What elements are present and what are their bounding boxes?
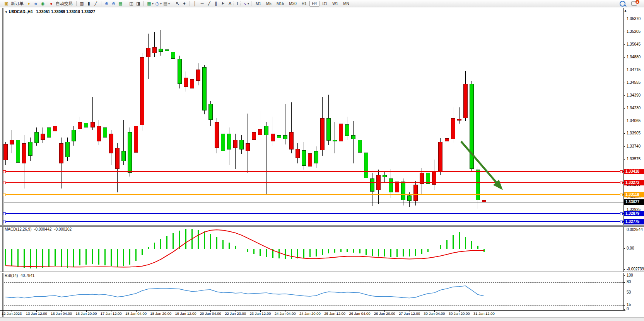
arrows-caret-icon[interactable]: ▾ bbox=[248, 2, 249, 5]
annotation-arrow-head[interactable] bbox=[493, 180, 503, 190]
panel-divider-macd[interactable] bbox=[0, 225, 644, 227]
new-chart-icon[interactable]: ▦ bbox=[146, 0, 152, 7]
tab-m1[interactable]: M1 bbox=[253, 1, 263, 7]
candle bbox=[178, 59, 182, 84]
new-chart-caret-icon[interactable]: ▾ bbox=[152, 2, 154, 5]
indicator-window-icon[interactable]: ◫ bbox=[128, 0, 135, 7]
candle bbox=[208, 104, 213, 119]
period-clock-icon[interactable]: ◷ bbox=[154, 0, 161, 7]
macd-histogram-bar bbox=[216, 237, 217, 249]
macd-signal-line bbox=[5, 230, 484, 267]
line-handle[interactable] bbox=[620, 212, 623, 215]
text-label-icon[interactable]: T bbox=[234, 1, 241, 6]
line-handle[interactable] bbox=[3, 182, 6, 184]
vertical-line-icon[interactable]: │ bbox=[192, 0, 198, 7]
macd-histogram-bar bbox=[316, 249, 317, 256]
price-level-badge: 1.33418 bbox=[624, 169, 644, 174]
tab-m30[interactable]: M30 bbox=[287, 1, 299, 7]
current-price-line bbox=[4, 202, 624, 202]
price-tick bbox=[624, 19, 625, 19]
tab-m5[interactable]: M5 bbox=[264, 1, 274, 7]
candle-wick bbox=[161, 30, 161, 56]
collapse-chart-icon[interactable]: ▼ bbox=[5, 10, 8, 14]
line-handle[interactable] bbox=[3, 170, 6, 173]
tab-w1[interactable]: W1 bbox=[330, 1, 340, 7]
macd-histogram-bar bbox=[73, 249, 74, 267]
tab-m15[interactable]: M15 bbox=[274, 1, 286, 7]
scroll-anchor-icon[interactable]: ▲ bbox=[624, 9, 627, 12]
candlestick-chart-icon[interactable]: ▮ bbox=[85, 0, 92, 7]
tab-mn[interactable]: MN bbox=[341, 1, 352, 7]
time-axis-label: 18 Jan 04:00 bbox=[125, 311, 147, 316]
macd-histogram-bar bbox=[285, 249, 286, 259]
macd-histogram-bar bbox=[179, 231, 180, 249]
snapshot-caret-icon[interactable]: ▾ bbox=[168, 2, 170, 5]
new-order-button[interactable]: ▣ 新订单 bbox=[2, 0, 25, 7]
tab-d1[interactable]: D1 bbox=[320, 1, 330, 7]
autotrading-button[interactable]: ● 自动交易 bbox=[46, 0, 74, 7]
search-icon[interactable] bbox=[620, 1, 625, 7]
text-icon[interactable]: A bbox=[227, 0, 233, 7]
template-window-icon[interactable]: ◨ bbox=[135, 0, 142, 7]
time-axis-label: 16 Jan 20:00 bbox=[75, 311, 97, 316]
rsi-label: RSI(14) 40.7841 bbox=[5, 273, 34, 278]
price-tick bbox=[624, 133, 625, 134]
macd-histogram-bar bbox=[459, 232, 460, 249]
line-handle[interactable] bbox=[620, 170, 623, 173]
period-caret-icon[interactable]: ▾ bbox=[160, 2, 162, 5]
candle-wick bbox=[447, 135, 447, 152]
line-chart-icon[interactable]: ╱ bbox=[92, 0, 99, 7]
rsi-axis-50: 50 bbox=[627, 290, 631, 294]
snapshot-icon[interactable]: ▤ bbox=[162, 0, 169, 7]
macd-histogram-bar bbox=[166, 236, 167, 249]
candle-wick bbox=[273, 117, 273, 146]
arrows-icon[interactable]: ↘ bbox=[241, 0, 248, 7]
macd-axis-min: -0.002739 bbox=[627, 267, 644, 271]
horizontal-level-line[interactable] bbox=[4, 194, 624, 195]
horizontal-level-line[interactable] bbox=[4, 213, 624, 214]
price-tick-label: 1.34715 bbox=[627, 68, 641, 72]
trendline-icon[interactable]: ╱ bbox=[206, 0, 212, 7]
macd-histogram-bar bbox=[372, 249, 373, 256]
macd-histogram-bar bbox=[229, 243, 230, 249]
candle bbox=[59, 143, 63, 164]
candle-wick bbox=[235, 134, 236, 169]
price-level-badge: 1.33272 bbox=[624, 180, 644, 185]
line-handle[interactable] bbox=[620, 221, 623, 223]
bar-chart-icon[interactable]: ▥ bbox=[79, 0, 85, 7]
macd-histogram-bar bbox=[48, 249, 50, 267]
crosshair-icon[interactable]: + bbox=[181, 0, 188, 7]
horizontal-line-icon[interactable]: ─ bbox=[199, 0, 205, 7]
horizontal-level-line[interactable] bbox=[4, 221, 624, 222]
horizontal-level-line[interactable] bbox=[4, 171, 624, 172]
tab-h1[interactable]: H1 bbox=[299, 1, 309, 7]
fibonacci-icon[interactable]: F bbox=[220, 0, 226, 7]
tab-h4[interactable]: H4 bbox=[309, 1, 320, 7]
cursor-icon[interactable]: ↖ bbox=[174, 0, 181, 7]
macd-histogram-bar bbox=[142, 249, 143, 255]
horizontal-level-line[interactable] bbox=[4, 182, 624, 183]
line-handle[interactable] bbox=[3, 212, 6, 215]
candle bbox=[320, 118, 325, 150]
line-handle[interactable] bbox=[3, 194, 6, 196]
zoom-in-icon[interactable]: ⊕ bbox=[103, 0, 110, 7]
macd-name: MACD(12,26,9) bbox=[5, 227, 31, 231]
line-handle[interactable] bbox=[620, 182, 623, 184]
tile-windows-icon[interactable]: ▦ bbox=[117, 0, 124, 7]
indicator-list-icon[interactable]: ♦ bbox=[26, 0, 32, 7]
notifications-icon[interactable]: 1 bbox=[631, 1, 637, 6]
equidistant-channel-icon[interactable]: ∥ bbox=[213, 0, 219, 7]
macd-histogram-bar bbox=[36, 249, 37, 268]
rsi-name: RSI(14) bbox=[5, 273, 18, 278]
macd-histogram-bar bbox=[477, 246, 478, 249]
price-tick bbox=[624, 121, 625, 121]
macd-histogram-bar bbox=[42, 249, 43, 268]
price-tick-label: 1.34230 bbox=[627, 106, 641, 110]
line-handle[interactable] bbox=[620, 194, 623, 196]
panel-divider-rsi[interactable] bbox=[0, 272, 644, 273]
zoom-out-icon[interactable]: ⊖ bbox=[110, 0, 117, 7]
new-order-label: 新订单 bbox=[11, 1, 24, 7]
signals-icon[interactable]: ◉ bbox=[39, 0, 46, 7]
market-watch-icon[interactable]: ☻ bbox=[32, 0, 39, 7]
line-handle[interactable] bbox=[3, 221, 6, 223]
